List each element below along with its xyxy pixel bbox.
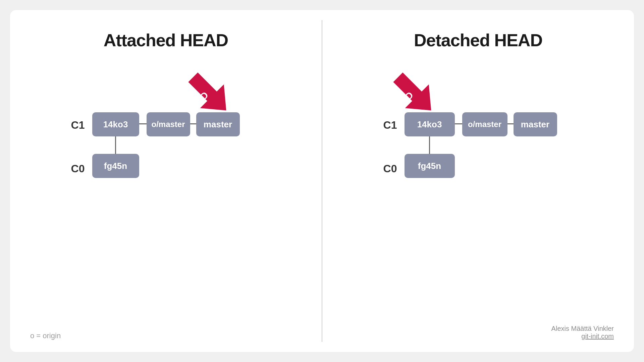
left-diagram: HEAD C1 14ko3 o/master master C0 fg45n [69, 87, 263, 194]
left-c0-label: C0 [69, 163, 87, 175]
website-link[interactable]: git-init.com [551, 333, 614, 340]
right-connector-h1 [455, 123, 462, 124]
left-panel: Attached HEAD HEAD C1 14ko3 [10, 10, 322, 352]
right-footer: Alexis Määttä Vinkler git-init.com [551, 325, 614, 340]
right-panel: Detached HEAD HEAD C1 14ko3 o/master [322, 10, 634, 352]
right-commit1-node: 14ko3 [405, 112, 455, 136]
left-footer-legend: o = origin [30, 331, 61, 340]
right-diagram: HEAD C1 14ko3 o/master master C0 fg45n [381, 87, 576, 194]
right-c0-label: C0 [381, 163, 399, 175]
left-c1-label: C1 [69, 119, 87, 131]
left-commit1-node: 14ko3 [92, 112, 139, 136]
right-panel-title: Detached HEAD [414, 30, 542, 50]
right-c1-label: C1 [381, 119, 399, 131]
right-connector-v [429, 136, 430, 154]
right-origin-master-node: o/master [462, 112, 507, 136]
right-connector-h2 [507, 123, 514, 124]
left-commit0-node: fg45n [92, 154, 139, 178]
left-connector-h1 [139, 123, 147, 124]
right-commit0-node: fg45n [405, 154, 455, 178]
right-master-node: master [514, 112, 557, 136]
slide-container: Attached HEAD HEAD C1 14ko3 [10, 10, 634, 352]
left-master-node: master [196, 112, 240, 136]
author-name: Alexis Määttä Vinkler [551, 325, 614, 333]
left-connector-v [115, 136, 116, 154]
left-origin-master-node: o/master [147, 112, 190, 136]
left-connector-h2 [190, 123, 196, 124]
left-panel-title: Attached HEAD [104, 30, 228, 50]
